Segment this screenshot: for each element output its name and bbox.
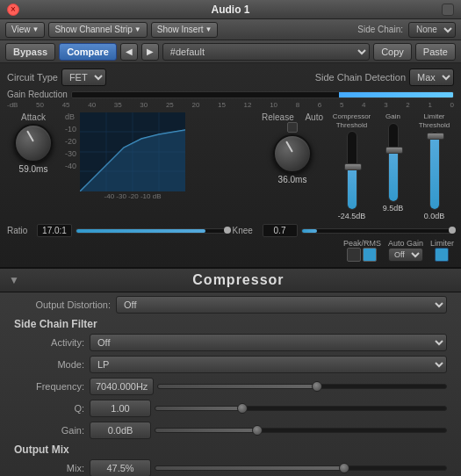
knee-slider-fill <box>302 229 317 233</box>
gain-reduction-label: Gain Reduction <box>7 90 68 99</box>
auto-gain-section: Auto Gain Off <box>388 239 423 262</box>
comp-threshold-fader-thumb[interactable] <box>344 163 362 170</box>
auto-gain-select[interactable]: Off <box>388 248 423 262</box>
q-value: 1.00 <box>90 400 151 417</box>
mix-slider-thumb[interactable] <box>339 463 349 473</box>
paste-button[interactable]: Paste <box>415 43 456 61</box>
close-button[interactable] <box>7 4 19 16</box>
q-row: Q: 1.00 <box>14 400 447 417</box>
knee-slider-thumb[interactable] <box>449 227 456 234</box>
ratio-value: 17.0:1 <box>37 224 72 237</box>
knee-slider[interactable] <box>301 228 455 234</box>
gain-ctrl-slider-thumb[interactable] <box>252 425 263 436</box>
side-chain-label: Side Chain: <box>357 25 403 34</box>
copy-button[interactable]: Copy <box>373 43 412 61</box>
compare-button[interactable]: Compare <box>59 43 117 61</box>
frequency-slider-thumb[interactable] <box>312 381 322 392</box>
gain-fader-fill <box>389 150 398 200</box>
toolbar-2: Bypass Compare ◀ ▶ #default Copy Paste <box>0 40 461 63</box>
gain-ctrl-slider[interactable] <box>155 428 447 433</box>
mix-label: Mix: <box>14 463 84 473</box>
limiter-fader-thumb[interactable] <box>427 133 444 140</box>
view-arrow-icon: ▼ <box>32 25 40 33</box>
comp-top-row: Circuit Type FET Side Chain Detection Ma… <box>7 69 454 86</box>
frequency-slider-container: 7040.000Hz <box>90 378 447 395</box>
release-label: Release <box>262 112 294 122</box>
q-label: Q: <box>14 403 84 414</box>
gain-label: Gain <box>385 112 400 121</box>
attack-section: Attack 59.0ms <box>7 112 60 174</box>
frequency-label: Frequency: <box>14 381 84 392</box>
limiter-toggle[interactable] <box>435 248 449 262</box>
peak-button[interactable] <box>347 248 361 262</box>
comp-label-section: ▼ Compressor <box>0 269 461 292</box>
gain-fader-thumb[interactable] <box>385 147 403 154</box>
peak-rms-section: Peak/RMS <box>343 239 381 262</box>
ratio-slider-thumb[interactable] <box>224 227 231 234</box>
preset-select[interactable]: #default <box>162 43 370 61</box>
bypass-button[interactable]: Bypass <box>5 43 55 61</box>
prev-preset-button[interactable]: ◀ <box>120 43 138 61</box>
activity-select[interactable]: Off <box>90 334 447 351</box>
comp-threshold-label: CompressorThreshold <box>333 112 371 129</box>
knee-label: Knee <box>233 226 259 235</box>
mode-select[interactable]: LP <box>90 356 447 373</box>
comp-threshold-fader-fill <box>348 167 357 209</box>
mode-row: Mode: LP <box>14 356 447 373</box>
gain-fader-track[interactable] <box>388 123 399 202</box>
release-value: 36.0ms <box>278 175 307 184</box>
comp-threshold-fader-col: CompressorThreshold -24.5dB <box>332 112 371 220</box>
maximize-button[interactable] <box>442 4 454 16</box>
ratio-label: Ratio <box>7 226 33 235</box>
view-button[interactable]: View ▼ <box>5 22 45 38</box>
comp-threshold-fader-track[interactable] <box>347 131 357 210</box>
gain-reduction-meter <box>71 91 454 98</box>
q-slider-container: 1.00 <box>90 400 447 417</box>
frequency-slider[interactable] <box>157 384 447 389</box>
frequency-value: 7040.000Hz <box>90 378 154 395</box>
auto-checkbox[interactable] <box>287 122 298 133</box>
q-slider-thumb[interactable] <box>237 403 248 414</box>
output-mix-label: Output Mix <box>14 444 447 456</box>
insert-arrow-icon: ▼ <box>205 25 212 33</box>
comp-section-arrow[interactable]: ▼ <box>9 274 19 286</box>
q-slider[interactable] <box>155 406 447 411</box>
side-chain-detection-select[interactable]: Max <box>409 69 454 86</box>
side-chain-select[interactable]: None <box>408 22 456 38</box>
channel-strip-button[interactable]: Show Channel Strip ▼ <box>48 22 147 38</box>
limiter-section: Limiter <box>430 239 454 262</box>
gain-ctrl-slider-fill <box>155 429 257 432</box>
ratio-slider[interactable] <box>76 228 229 234</box>
circuit-type-label: Circuit Type <box>7 72 58 83</box>
limiter-fader-track[interactable] <box>429 131 440 210</box>
bottom-section: Output Distortion: Off Side Chain Filter… <box>0 292 461 476</box>
graph-x-labels: -40 -30 -20 -10 dB <box>80 192 185 200</box>
auto-label: Auto <box>305 112 323 122</box>
circuit-type-select[interactable]: FET <box>61 69 106 86</box>
graph-y-scale: dB -10 -20 -30 -40 <box>65 112 76 170</box>
show-insert-button[interactable]: Show Insert ▼ <box>151 22 219 38</box>
compressor-graph <box>80 112 185 191</box>
comp-threshold-value: -24.5dB <box>338 212 366 220</box>
mode-label: Mode: <box>14 359 84 370</box>
attack-value: 59.0ms <box>19 164 48 174</box>
limiter-label: Limiter <box>430 239 454 248</box>
output-distortion-select[interactable]: Off <box>116 296 447 314</box>
knee-value: 0.7 <box>263 224 298 237</box>
output-distortion-row: Output Distortion: Off <box>14 296 447 314</box>
side-chain-filter-label: Side Chain Filter <box>14 318 447 330</box>
mix-slider[interactable] <box>155 465 447 471</box>
frequency-slider-fill <box>158 385 316 388</box>
next-preset-button[interactable]: ▶ <box>141 43 159 61</box>
title-bar: Audio 1 <box>0 0 461 19</box>
gain-slider-container: 0.0dB <box>90 422 447 439</box>
window-title: Audio 1 <box>212 4 250 16</box>
q-slider-fill <box>155 407 242 410</box>
output-distortion-label: Output Distortion: <box>14 299 111 310</box>
attack-knob[interactable] <box>14 124 53 162</box>
gain-ctrl-label: Gain: <box>14 425 84 436</box>
release-knob[interactable] <box>273 134 312 173</box>
peak-rms-label: Peak/RMS <box>343 239 381 248</box>
rms-button[interactable] <box>363 248 377 262</box>
ratio-slider-fill <box>76 229 205 233</box>
